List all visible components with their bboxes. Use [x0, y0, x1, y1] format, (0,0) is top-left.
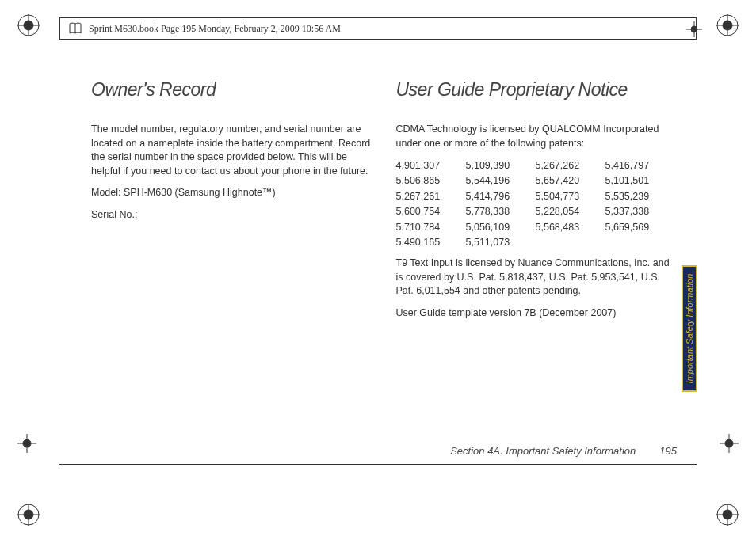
patent-number: 5,337,338 [605, 204, 675, 219]
patent-number: 5,544,196 [466, 173, 536, 188]
patent-number: 5,416,797 [605, 158, 675, 173]
footer-rule [59, 464, 697, 465]
patent-number: 5,056,109 [466, 220, 536, 235]
patent-row: 5,490,1655,511,073 [396, 235, 678, 250]
page-header-text: Sprint M630.book Page 195 Monday, Februa… [89, 23, 341, 35]
patent-number: 5,778,338 [466, 204, 536, 219]
patent-number: 5,267,261 [396, 189, 466, 204]
left-column: Owner's Record The model number, regulat… [91, 79, 372, 328]
patent-number [536, 235, 605, 250]
patent-row: 5,600,7545,778,3385,228,0545,337,338 [396, 204, 678, 219]
proprietary-notice-heading: User Guide Proprietary Notice [396, 79, 678, 101]
patent-number: 5,414,796 [466, 189, 536, 204]
patent-row: 5,267,2615,414,7965,504,7735,535,239 [396, 189, 678, 204]
page-header-frame: Sprint M630.book Page 195 Monday, Februa… [59, 17, 697, 40]
patent-number: 5,568,483 [536, 220, 605, 235]
patent-number: 5,506,865 [396, 173, 466, 188]
patent-number: 5,228,054 [536, 204, 605, 219]
patent-number: 5,511,073 [466, 235, 536, 250]
page-content: Owner's Record The model number, regulat… [91, 79, 677, 328]
section-tab: Important Safety Information [682, 265, 697, 392]
template-version: User Guide template version 7B (December… [396, 306, 678, 321]
patent-row: 4,901,3075,109,3905,267,2625,416,797 [396, 158, 678, 173]
patent-row: 5,710,7845,056,1095,568,4835,659,569 [396, 220, 678, 235]
registration-mark-icon [716, 14, 739, 36]
book-icon [68, 21, 82, 36]
t9-notice: T9 Text Input is licensed by Nuance Comm… [396, 257, 678, 299]
model-line: Model: SPH-M630 (Samsung Highnote™) [91, 186, 372, 200]
patent-number: 5,657,420 [536, 173, 605, 188]
patent-number: 5,267,262 [536, 158, 605, 173]
owners-record-heading: Owner's Record [91, 79, 372, 101]
patent-number: 5,504,773 [536, 189, 605, 204]
patent-row: 5,506,8655,544,1965,657,4205,101,501 [396, 173, 678, 188]
patent-number: 5,101,501 [605, 173, 675, 188]
cdma-intro: CDMA Technology is licensed by QUALCOMM … [396, 123, 678, 150]
right-column: User Guide Proprietary Notice CDMA Techn… [396, 79, 678, 328]
footer-section-label: Section 4A. Important Safety Information [450, 445, 636, 457]
serial-line: Serial No.: [91, 208, 372, 222]
owners-record-body: The model number, regulatory number, and… [91, 123, 372, 178]
registration-mark-icon [17, 14, 40, 36]
page-footer: Section 4A. Important Safety Information… [91, 445, 677, 457]
patent-number [605, 235, 675, 250]
patent-number: 5,710,784 [396, 220, 466, 235]
registration-mark-icon [17, 434, 36, 453]
page-number: 195 [659, 445, 677, 457]
registration-mark-icon [17, 504, 40, 526]
patent-number: 4,901,307 [396, 158, 466, 173]
registration-mark-icon [720, 434, 739, 453]
patent-number: 5,109,390 [466, 158, 536, 173]
registration-mark-icon [716, 504, 739, 526]
registration-mark-icon [686, 21, 702, 40]
patent-number: 5,659,569 [605, 220, 675, 235]
patent-number: 5,535,239 [605, 189, 675, 204]
patent-table: 4,901,3075,109,3905,267,2625,416,7975,50… [396, 158, 678, 250]
patent-number: 5,490,165 [396, 235, 466, 250]
section-tab-label: Important Safety Information [685, 274, 694, 384]
patent-number: 5,600,754 [396, 204, 466, 219]
